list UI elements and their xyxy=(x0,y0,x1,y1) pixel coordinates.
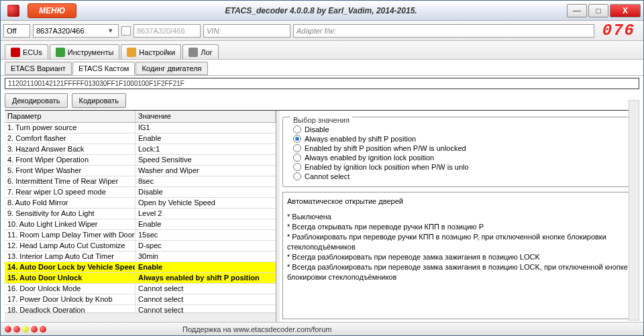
cell-value: Enable xyxy=(136,133,276,144)
table-row[interactable]: 1. Turn power sourceIG1 xyxy=(5,123,276,133)
table-row[interactable]: 10. Auto Light Linked WiperEnable xyxy=(5,219,276,230)
checkbox[interactable] xyxy=(121,26,131,36)
table-row[interactable]: 2. Comfort flasherEnable xyxy=(5,133,276,144)
table-row[interactable]: 4. Front Wiper OperationSpeed Sensitive xyxy=(5,155,276,166)
radio-option[interactable]: Enabled by ignition lock position when P… xyxy=(293,163,631,171)
cell-param: 7. Rear wiper LO speed mode xyxy=(5,187,136,197)
adapter-field: Adapter f/w: xyxy=(293,24,594,38)
footer-text[interactable]: Поддержка на www.etacsdecoder.com/forum xyxy=(182,325,331,333)
cell-param: 1. Turn power source xyxy=(5,123,136,133)
cell-param: 10. Auto Light Linked Wiper xyxy=(5,219,136,229)
maximize-button[interactable]: □ xyxy=(588,4,608,17)
table-row[interactable]: 9. Sensitivity for Auto LightLevel 2 xyxy=(5,209,276,219)
table-row[interactable]: 16. Door Unlock ModeCannot select xyxy=(5,284,276,294)
radio-option[interactable]: Always enabled by shift P position xyxy=(293,135,631,143)
info-line: * Разблокировать при переводе ручки КПП … xyxy=(287,232,632,252)
cell-value: 8sec xyxy=(136,176,276,186)
hex-string[interactable]: 112021100142121FFFFF013030FF1F1000100F1F… xyxy=(5,78,639,89)
cell-param: 5. Front Wiper Washer xyxy=(5,166,136,176)
v-scrollbar[interactable] xyxy=(629,100,639,321)
subtab-1[interactable]: ETACS Кастом xyxy=(72,62,136,75)
status-dot-5 xyxy=(40,326,46,333)
cell-param: 11. Room Lamp Delay Timer with Door xyxy=(5,230,136,240)
cell-value: Enable xyxy=(136,262,276,272)
table-row[interactable]: 17. Power Door Unlock by KnobCannot sele… xyxy=(5,294,276,305)
cell-param: 3. Hazard Answer Back xyxy=(5,144,136,154)
cell-value: 15sec xyxy=(136,230,276,240)
cell-value: Cannot select xyxy=(136,305,276,313)
info-box: Автоматическое открытие дверей * Выключе… xyxy=(282,192,637,319)
window-title: ETACS_decoder 4.0.0.8 by Earl_Vadim, 201… xyxy=(76,6,566,15)
radio-option[interactable]: Enabled by shift P position when P/W is … xyxy=(293,144,631,152)
radio-icon xyxy=(293,172,301,180)
tab-icon xyxy=(127,48,136,57)
table-row[interactable]: 11. Room Lamp Delay Timer with Door15sec xyxy=(5,230,276,241)
radio-option[interactable]: Always enabled by ignition lock position xyxy=(293,154,631,162)
subtab-0[interactable]: ETACS Вариант xyxy=(5,62,72,75)
decode-button[interactable]: Декодировать xyxy=(5,93,68,108)
app-icon xyxy=(7,5,19,17)
tab-0[interactable]: ECUs xyxy=(5,44,48,59)
info-title: Автоматическое открытие дверей xyxy=(287,197,632,207)
cell-value: 30min xyxy=(136,251,276,262)
table-row[interactable]: 18. Deadlock OperationCannot select xyxy=(5,305,276,313)
tab-icon xyxy=(11,48,20,57)
table-row[interactable]: 3. Hazard Answer BackLock:1 xyxy=(5,144,276,155)
tab-2[interactable]: Настройки xyxy=(121,44,181,59)
part-number-combo[interactable]: 8637A320/466 ▾ xyxy=(33,24,119,38)
cell-value: Level 2 xyxy=(136,209,276,219)
table-row[interactable]: 12. Head Lamp Auto Cut CustomizeD-spec xyxy=(5,241,276,251)
cell-value: D-spec xyxy=(136,241,276,251)
col-header-param[interactable]: Параметр xyxy=(5,111,136,122)
cell-param: 15. Auto Door Unlock xyxy=(5,273,136,283)
minimize-button[interactable]: — xyxy=(567,4,587,17)
info-line: * Выключена xyxy=(287,212,632,222)
table-row[interactable]: 6. Intermittent Time of Rear Wiper8sec xyxy=(5,176,276,187)
chevron-down-icon[interactable]: ▾ xyxy=(106,26,115,35)
radio-label: Cannot select xyxy=(305,172,350,180)
radio-label: Enabled by shift P position when P/W is … xyxy=(305,144,466,152)
table-row[interactable]: 7. Rear wiper LO speed modeDisable xyxy=(5,187,276,198)
counter-display: 076 xyxy=(602,21,635,40)
status-dot-4 xyxy=(31,326,38,333)
radio-icon xyxy=(293,135,301,143)
cell-value: Disable xyxy=(136,187,276,197)
vin-field[interactable]: VIN: xyxy=(203,24,290,38)
tab-label: Инструменты xyxy=(68,48,114,56)
info-line: * Всегда открывать при переводе ручки КП… xyxy=(287,222,632,232)
close-button[interactable]: X xyxy=(610,4,641,17)
tab-1[interactable]: Инструменты xyxy=(50,44,120,59)
cell-value: Washer and Wiper xyxy=(136,166,276,176)
radio-label: Always enabled by ignition lock position xyxy=(305,154,434,162)
cell-value: Always enabled by shift P position xyxy=(136,273,276,283)
cell-param: 4. Front Wiper Operation xyxy=(5,155,136,165)
radio-option[interactable]: Cannot select xyxy=(293,172,631,180)
table-row[interactable]: 14. Auto Door Lock by Vehicle SpeedEnabl… xyxy=(5,262,276,273)
info-line: * Всегда разблокировать при переводе зам… xyxy=(287,252,632,262)
radio-label: Always enabled by shift P position xyxy=(305,135,416,143)
h-scrollbar[interactable] xyxy=(5,313,276,322)
encode-button[interactable]: Кодировать xyxy=(72,93,126,108)
off-box[interactable]: Off xyxy=(3,24,30,38)
tab-label: ECUs xyxy=(23,48,42,56)
table-row[interactable]: 13. Interior Lamp Auto Cut Timer30min xyxy=(5,251,276,262)
info-line: * Всегда разблокировать при переводе зам… xyxy=(287,262,632,282)
table-row[interactable]: 5. Front Wiper WasherWasher and Wiper xyxy=(5,166,276,176)
radio-label: Enabled by ignition lock position when P… xyxy=(305,163,469,171)
radio-icon xyxy=(293,154,301,162)
table-row[interactable]: 8. Auto Fold MirrorOpen by Vehicle Speed xyxy=(5,198,276,209)
cell-value: Enable xyxy=(136,219,276,229)
cell-value: Lock:1 xyxy=(136,144,276,154)
table-row[interactable]: 15. Auto Door UnlockAlways enabled by sh… xyxy=(5,273,276,284)
radio-icon xyxy=(293,125,301,133)
subtab-2[interactable]: Кодинг двигателя xyxy=(136,62,207,75)
radio-option[interactable]: Disable xyxy=(293,125,631,133)
tab-3[interactable]: Лог xyxy=(182,44,218,59)
cell-value: Cannot select xyxy=(136,284,276,294)
cell-param: 8. Auto Fold Mirror xyxy=(5,198,136,208)
cell-value: IG1 xyxy=(136,123,276,133)
status-dot-1 xyxy=(5,326,11,333)
menu-button[interactable]: МЕНЮ xyxy=(28,3,76,18)
col-header-value[interactable]: Значение xyxy=(136,111,276,122)
cell-param: 14. Auto Door Lock by Vehicle Speed xyxy=(5,262,136,272)
